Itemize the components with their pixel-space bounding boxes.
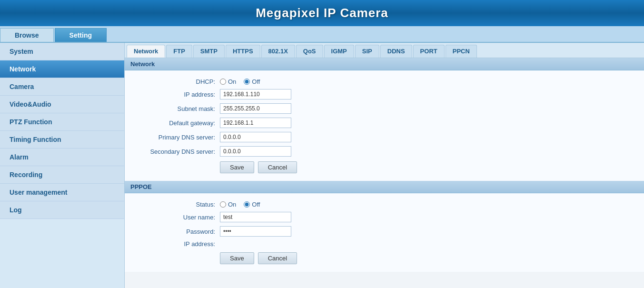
dhcp-on-label[interactable]: On (220, 78, 236, 85)
sidebar-item-log[interactable]: Log (0, 201, 124, 219)
pppoe-status-row: Status: On Off (144, 201, 634, 208)
sidebar-item-timing-function[interactable]: Timing Function (0, 131, 124, 149)
network-btn-row: Save Cancel (220, 161, 634, 173)
primary-dns-input[interactable] (220, 132, 291, 142)
nav-tab-setting[interactable]: Setting (55, 28, 107, 42)
sub-tab-802-1x[interactable]: 802.1X (261, 45, 295, 58)
default-gateway-row: Default gateway: (144, 118, 634, 128)
pppoe-status-on-radio[interactable] (220, 201, 226, 208)
sub-tab-ftp[interactable]: FTP (166, 45, 192, 58)
nav-tab-browse[interactable]: Browse (0, 28, 54, 42)
secondary-dns-input[interactable] (220, 146, 291, 157)
subnet-mask-input[interactable] (220, 103, 291, 114)
sidebar-item-camera[interactable]: Camera (0, 78, 124, 96)
sidebar-item-video-audio[interactable]: Video&Audio (0, 96, 124, 113)
dhcp-row: DHCP: On Off (144, 78, 634, 85)
content-area: Network FTP SMTP HTTPS 802.1X QoS IGMP S… (125, 43, 644, 288)
subnet-mask-label: Subnet mask: (144, 105, 220, 112)
sub-tabs: Network FTP SMTP HTTPS 802.1X QoS IGMP S… (125, 43, 644, 58)
pppoe-username-row: User name: (144, 212, 634, 222)
main-layout: System Network Camera Video&Audio PTZ Fu… (0, 43, 644, 288)
network-save-button[interactable]: Save (220, 161, 254, 173)
dhcp-off-radio[interactable] (244, 79, 250, 85)
pppoe-section-header: PPPOE (125, 181, 644, 193)
sub-tab-qos[interactable]: QoS (296, 45, 323, 58)
sub-tab-port[interactable]: PORT (413, 45, 445, 58)
network-cancel-button[interactable]: Cancel (258, 161, 297, 173)
sub-tab-https[interactable]: HTTPS (226, 45, 260, 58)
pppoe-password-input[interactable] (220, 226, 291, 237)
pppoe-status-off-radio[interactable] (244, 201, 250, 208)
pppoe-username-label: User name: (144, 214, 220, 221)
app-header: Megapixel IP Camera (0, 0, 644, 26)
sub-tab-igmp[interactable]: IGMP (324, 45, 354, 58)
dhcp-radio-group: On Off (220, 78, 260, 85)
nav-tabs: Browse Setting (0, 26, 644, 43)
sidebar-item-alarm[interactable]: Alarm (0, 149, 124, 166)
sub-tab-smtp[interactable]: SMTP (193, 45, 225, 58)
secondary-dns-row: Secondary DNS server: (144, 146, 634, 157)
ip-address-input[interactable] (220, 89, 291, 99)
primary-dns-row: Primary DNS server: (144, 132, 634, 142)
pppoe-username-input[interactable] (220, 212, 291, 222)
pppoe-ip-row: IP address: (144, 240, 634, 248)
primary-dns-label: Primary DNS server: (144, 134, 220, 141)
default-gateway-label: Default gateway: (144, 119, 220, 127)
sub-tab-sip[interactable]: SIP (355, 45, 379, 58)
pppoe-save-button[interactable]: Save (220, 252, 254, 264)
pppoe-status-radio-group: On Off (220, 201, 260, 208)
sidebar-item-recording[interactable]: Recording (0, 166, 124, 184)
pppoe-status-on-label[interactable]: On (220, 201, 236, 208)
network-section-header: Network (125, 58, 644, 70)
sub-tab-ppcn[interactable]: PPCN (446, 45, 477, 58)
sidebar-item-ptz-function[interactable]: PTZ Function (0, 113, 124, 131)
pppoe-ip-label: IP address: (144, 240, 220, 248)
pppoe-btn-row: Save Cancel (220, 252, 634, 264)
ip-address-row: IP address: (144, 89, 634, 99)
sidebar-item-network[interactable]: Network (0, 60, 124, 78)
sidebar-item-user-management[interactable]: User management (0, 184, 124, 201)
dhcp-off-label[interactable]: Off (244, 78, 260, 85)
dhcp-on-radio[interactable] (220, 79, 226, 85)
secondary-dns-label: Secondary DNS server: (144, 148, 220, 155)
ip-address-label: IP address: (144, 91, 220, 98)
pppoe-section-body: Status: On Off User name: (125, 193, 644, 272)
network-section-body: DHCP: On Off IP address: (125, 70, 644, 181)
pppoe-status-off-label[interactable]: Off (244, 201, 260, 208)
dhcp-label: DHCP: (144, 78, 220, 85)
pppoe-password-label: Password: (144, 228, 220, 235)
subnet-mask-row: Subnet mask: (144, 103, 634, 114)
pppoe-cancel-button[interactable]: Cancel (258, 252, 297, 264)
app-title: Megapixel IP Camera (0, 6, 644, 20)
sidebar: System Network Camera Video&Audio PTZ Fu… (0, 43, 125, 288)
sub-tab-network[interactable]: Network (127, 45, 165, 58)
pppoe-password-row: Password: (144, 226, 634, 237)
sidebar-item-system[interactable]: System (0, 43, 124, 60)
sub-tab-ddns[interactable]: DDNS (380, 45, 412, 58)
pppoe-status-label: Status: (144, 201, 220, 208)
default-gateway-input[interactable] (220, 118, 291, 128)
